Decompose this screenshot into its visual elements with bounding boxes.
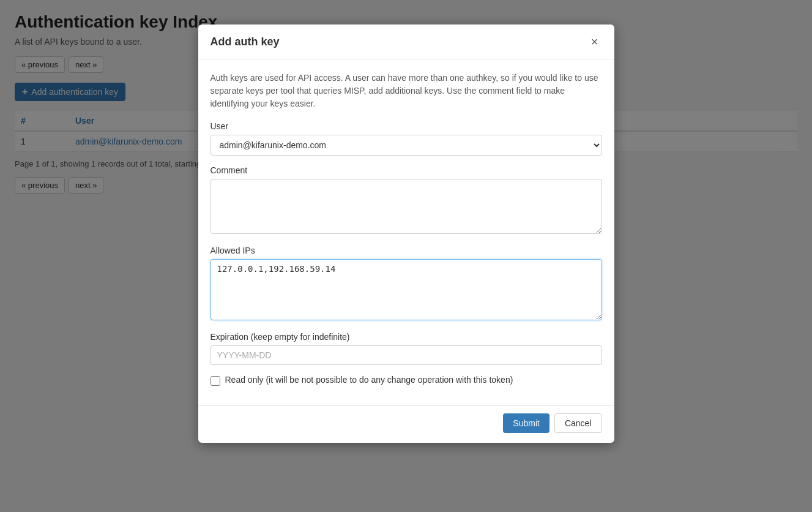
- comment-textarea[interactable]: [210, 179, 602, 234]
- user-select[interactable]: admin@kifarunix-demo.com: [210, 135, 602, 156]
- user-field-group: User admin@kifarunix-demo.com: [210, 121, 602, 156]
- cancel-button[interactable]: Cancel: [554, 413, 602, 433]
- modal-overlay: Add auth key × Auth keys are used for AP…: [0, 0, 812, 512]
- expiration-label: Expiration (keep empty for indefinite): [210, 332, 602, 342]
- allowed-ips-label: Allowed IPs: [210, 246, 602, 255]
- comment-field-group: Comment: [210, 165, 602, 236]
- expiration-field-group: Expiration (keep empty for indefinite): [210, 332, 602, 365]
- allowed-ips-field-group: Allowed IPs: [210, 246, 602, 322]
- expiration-input[interactable]: [210, 345, 602, 365]
- readonly-label[interactable]: Read only (it will be not possible to do…: [225, 375, 513, 385]
- modal-footer: Submit Cancel: [198, 405, 614, 443]
- add-auth-key-modal: Add auth key × Auth keys are used for AP…: [198, 24, 614, 443]
- allowed-ips-textarea[interactable]: [210, 259, 602, 320]
- modal-close-button[interactable]: ×: [587, 34, 602, 49]
- modal-body: Auth keys are used for API access. A use…: [198, 59, 614, 402]
- modal-title: Add auth key: [210, 36, 280, 48]
- user-label: User: [210, 121, 602, 131]
- modal-header: Add auth key ×: [198, 24, 614, 59]
- comment-label: Comment: [210, 165, 602, 175]
- modal-description: Auth keys are used for API access. A use…: [210, 72, 602, 110]
- readonly-checkbox[interactable]: [210, 376, 220, 386]
- submit-button[interactable]: Submit: [503, 413, 549, 433]
- readonly-checkbox-row: Read only (it will be not possible to do…: [210, 375, 602, 386]
